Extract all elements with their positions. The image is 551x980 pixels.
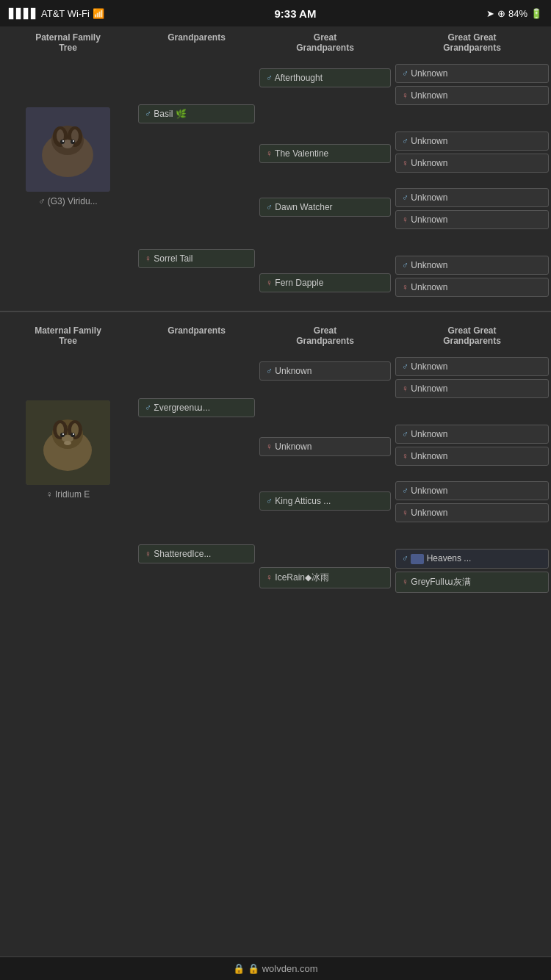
paternal-gp-2: ♀ Sorrel Tail [136,248,257,270]
paternal-gggp-2b[interactable]: ♀ Unknown [395,154,549,173]
maternal-self-name: ♀ Iridium E [43,488,93,501]
paternal-wolf-avatar [26,107,110,192]
paternal-gggp-4a[interactable]: ♂ Unknown [395,256,549,275]
maternal-ggp-3: ♂ King Atticus ... [257,490,393,512]
paternal-ggp-col: ♂ Afterthought ♀ The Valentine ♂ Dawn Wa… [257,57,393,303]
paternal-gp-header: Grandparents [136,26,257,57]
paternal-ggp-1: ♂ Afterthought [257,67,393,89]
maternal-ggp-3a[interactable]: ♂ King Atticus ... [259,491,391,511]
maternal-ggp-1: ♂ Unknown [257,360,393,382]
battery-icon: 🔋 [530,8,542,19]
paternal-gp-col: ♂ Basil 🌿 ♀ Sorrel Tail [136,57,257,303]
maternal-gggp-2b[interactable]: ♀ Unknown [395,447,549,466]
paternal-gggp-2: ♂ Unknown ♀ Unknown [393,130,551,174]
maternal-gp-col: ♂ Σvergreenɯ... ♀ ShatteredIce... [136,350,257,599]
maternal-gggp-1a[interactable]: ♂ Unknown [395,357,549,376]
footer-bar: 🔒 🔒 wolvden.com [0,956,551,980]
svg-point-9 [71,140,75,144]
status-battery: ➤ ⊕ 84% 🔋 [486,8,542,19]
paternal-gggp-3a[interactable]: ♂ Unknown [395,188,549,207]
location-icon: ➤ [486,8,494,19]
maternal-gp-2-node[interactable]: ♀ ShatteredIce... [138,544,255,563]
maternal-gggp-header: Great GreatGrandparents [393,320,551,350]
maternal-gggp-3: ♂ Unknown ♀ Unknown [393,480,551,524]
svg-point-22 [62,433,64,435]
maternal-gp-header: Grandparents [136,320,257,350]
maternal-gp-1-node[interactable]: ♂ Σvergreenɯ... [138,398,255,417]
maternal-gp-1: ♂ Σvergreenɯ... [136,397,257,419]
maternal-gggp-col: ♂ Unknown ♀ Unknown ♂ Unknown ♀ Unknown … [393,350,551,599]
heavens-thumbnail [411,554,424,564]
paternal-gggp-4b[interactable]: ♀ Unknown [395,278,549,297]
maternal-ggp-4: ♀ IceRain◆冰雨 [257,566,393,590]
maternal-gggp-2: ♂ Unknown ♀ Unknown [393,423,551,467]
paternal-gggp-col: ♂ Unknown ♀ Unknown ♂ Unknown ♀ Unknown … [393,57,551,303]
maternal-self-col: ♀ Iridium E [0,350,136,599]
maternal-gggp-3a[interactable]: ♂ Unknown [395,481,549,500]
paternal-gp-1: ♂ Basil 🌿 [136,103,257,125]
footer-text: 🔒 wolvden.com [248,963,317,974]
paternal-gggp-1a[interactable]: ♂ Unknown [395,64,549,83]
paternal-ggp-4: ♀ Fern Dapple [257,272,393,294]
status-bar: ▋▋▋▋ AT&T Wi-Fi 📶 9:33 AM ➤ ⊕ 84% 🔋 [0,0,551,26]
svg-point-21 [71,433,75,437]
maternal-gp-2: ♀ ShatteredIce... [136,543,257,565]
maternal-gggp-3b[interactable]: ♀ Unknown [395,503,549,522]
paternal-ggp-1a[interactable]: ♂ Afterthought [259,68,391,87]
svg-point-23 [73,433,74,435]
svg-point-10 [62,140,64,142]
paternal-ggp-3: ♂ Dawn Watcher [257,196,393,218]
paternal-ggp-2: ♀ The Valentine [257,143,393,165]
maternal-ggp-4a[interactable]: ♀ IceRain◆冰雨 [259,567,391,588]
maternal-headers: Maternal FamilyTree Grandparents GreatGr… [0,320,551,350]
paternal-gp-1-node[interactable]: ♂ Basil 🌿 [138,104,255,123]
maternal-gggp-2a[interactable]: ♂ Unknown [395,425,549,444]
paternal-ggp-header: GreatGrandparents [257,26,393,57]
maternal-gggp-1: ♂ Unknown ♀ Unknown [393,356,551,400]
maternal-ggp-2: ♀ Unknown [257,436,393,458]
paternal-ggp-4a[interactable]: ♀ Fern Dapple [259,273,391,292]
maternal-wolf-svg [26,400,110,485]
paternal-self-col: ♂ (G3) Viridu... [0,57,136,303]
svg-point-24 [64,441,71,445]
maternal-self-header: Maternal FamilyTree [0,320,136,350]
maternal-tree: ♀ Iridium E ♂ Σvergreenɯ... ♀ ShatteredI… [0,350,551,599]
wifi-icon: 📶 [93,8,104,19]
paternal-self-header: Paternal FamilyTree [0,26,136,57]
paternal-gggp-1: ♂ Unknown ♀ Unknown [393,62,551,107]
paternal-tree: ♂ (G3) Viridu... ♂ Basil 🌿 ♀ Sorrel Tail… [0,57,551,303]
status-time: 9:33 AM [274,7,316,20]
svg-point-8 [60,140,65,144]
maternal-ggp-header: GreatGrandparents [257,320,393,350]
maternal-gggp-4: ♂ Heavens ... ♀ GreyFullɯ灰满 [393,547,551,594]
maternal-gggp-1b[interactable]: ♀ Unknown [395,379,549,398]
paternal-ggp-3a[interactable]: ♂ Dawn Watcher [259,198,391,217]
footer-lock-icon: 🔒 [233,963,245,974]
paternal-gggp-2a[interactable]: ♂ Unknown [395,131,549,151]
status-carrier: ▋▋▋▋ AT&T Wi-Fi 📶 [9,8,104,19]
maternal-ggp-col: ♂ Unknown ♀ Unknown ♂ King Atticus ... ♀… [257,350,393,599]
section-divider [0,311,551,312]
maternal-ggp-1a[interactable]: ♂ Unknown [259,361,391,381]
signal-icon: ▋▋▋▋ [9,8,38,19]
svg-point-20 [60,433,65,437]
svg-point-11 [73,140,74,142]
paternal-headers: Paternal FamilyTree Grandparents GreatGr… [0,26,551,57]
paternal-gggp-1b[interactable]: ♀ Unknown [395,86,549,105]
paternal-gggp-4: ♂ Unknown ♀ Unknown [393,254,551,298]
paternal-ggp-2a[interactable]: ♀ The Valentine [259,144,391,163]
paternal-gggp-header: Great GreatGrandparents [393,26,551,57]
paternal-gggp-3b[interactable]: ♀ Unknown [395,210,549,229]
paternal-self-name: ♂ (G3) Viridu... [35,195,100,208]
maternal-gggp-4a[interactable]: ♂ Heavens ... [395,549,549,569]
maternal-wolf-avatar [26,400,110,485]
paternal-gp-2-node[interactable]: ♀ Sorrel Tail [138,249,255,268]
paternal-wolf-svg [26,107,110,192]
shield-icon: ⊕ [497,8,505,19]
paternal-gggp-3: ♂ Unknown ♀ Unknown [393,187,551,231]
maternal-ggp-2a[interactable]: ♀ Unknown [259,437,391,456]
maternal-gggp-4b[interactable]: ♀ GreyFullɯ灰满 [395,572,549,593]
